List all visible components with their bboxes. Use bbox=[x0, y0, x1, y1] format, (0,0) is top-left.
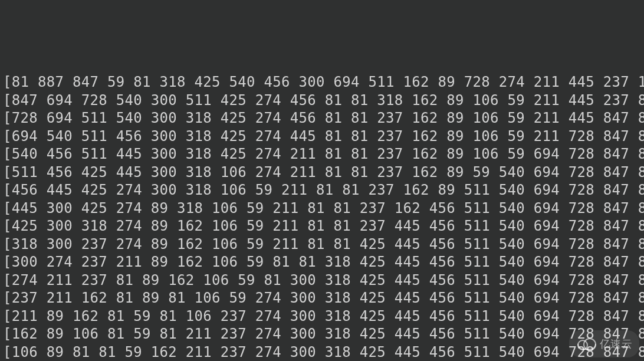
watermark-badge: 亿速云 bbox=[569, 330, 639, 358]
watermark-text: 亿速云 bbox=[600, 335, 632, 353]
array-output: [81 887 847 59 81 318 425 540 456 300 69… bbox=[3, 73, 641, 361]
cloud-icon bbox=[576, 338, 596, 350]
